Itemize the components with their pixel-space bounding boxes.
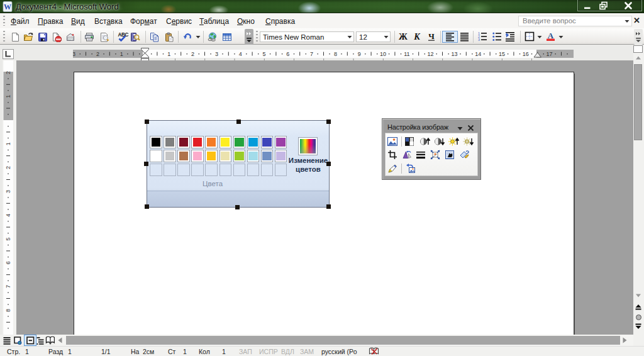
svg-text:2: 2 — [5, 166, 11, 169]
svg-text:6: 6 — [286, 51, 289, 57]
svg-text:5: 5 — [5, 237, 11, 240]
svg-text:3: 3 — [5, 190, 11, 193]
svg-text:8: 8 — [334, 51, 337, 57]
svg-text:11: 11 — [404, 51, 409, 57]
svg-text:W: W — [4, 3, 11, 11]
svg-text:1: 1 — [167, 51, 170, 57]
svg-text:16: 16 — [523, 51, 529, 57]
svg-text:7: 7 — [5, 285, 11, 288]
svg-text:А: А — [548, 31, 554, 40]
svg-text:6: 6 — [5, 261, 11, 264]
svg-text:7: 7 — [310, 51, 313, 57]
svg-text:ABC: ABC — [118, 32, 129, 38]
svg-text:17: 17 — [547, 51, 553, 57]
svg-text:2: 2 — [96, 51, 99, 57]
svg-text:15: 15 — [499, 51, 505, 57]
svg-text:2: 2 — [5, 71, 11, 74]
svg-text:8: 8 — [5, 309, 11, 312]
svg-text:4: 4 — [5, 214, 11, 217]
svg-text:1: 1 — [5, 142, 11, 145]
svg-text:3: 3 — [215, 51, 218, 57]
svg-text:10: 10 — [380, 51, 386, 57]
svg-text:1: 1 — [5, 95, 11, 98]
svg-text:4: 4 — [239, 51, 242, 57]
svg-text:13: 13 — [451, 51, 457, 57]
svg-text:14: 14 — [475, 51, 481, 57]
svg-text:Ж: Ж — [399, 32, 408, 42]
svg-text:12: 12 — [428, 51, 434, 57]
svg-text:5: 5 — [262, 51, 265, 57]
svg-text:Ч: Ч — [428, 31, 435, 41]
svg-text:3: 3 — [478, 38, 480, 42]
svg-text:1: 1 — [120, 51, 123, 57]
svg-text:3: 3 — [73, 51, 75, 57]
svg-text:9: 9 — [358, 51, 361, 57]
svg-text:2: 2 — [191, 51, 194, 57]
svg-text:К: К — [413, 32, 421, 42]
